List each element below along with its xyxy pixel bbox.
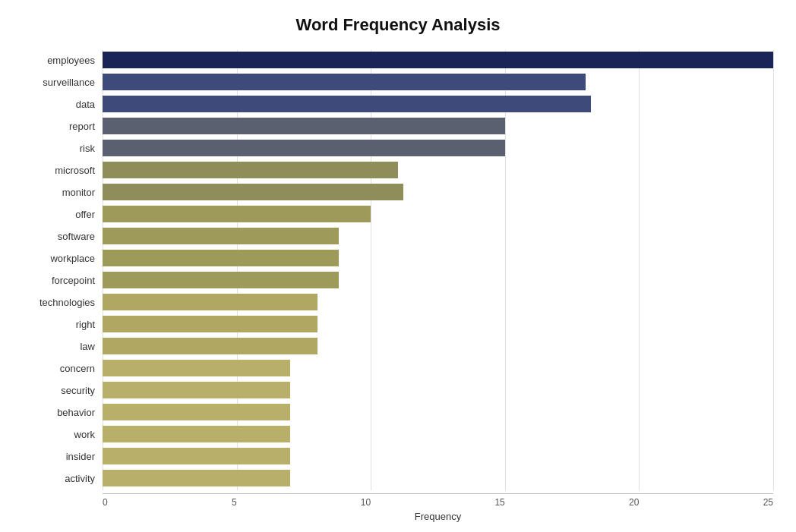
bar-track <box>103 382 773 398</box>
bar-row: behavior <box>23 402 773 422</box>
chart-container: Word Frequency Analysis employeessurveil… <box>0 0 796 532</box>
bar-row: workplace <box>23 248 773 268</box>
x-tick: 25 <box>763 497 773 508</box>
bar-fill <box>103 426 290 442</box>
bar-label: surveillance <box>23 77 103 88</box>
bar-label: forcepoint <box>23 275 103 286</box>
bar-label: right <box>23 319 103 330</box>
bar-label: offer <box>23 209 103 220</box>
bar-row: activity <box>23 468 773 488</box>
bar-fill <box>103 118 505 134</box>
bar-label: concern <box>23 363 103 374</box>
bar-fill <box>103 404 290 420</box>
bar-label: report <box>23 121 103 132</box>
bar-row: surveillance <box>23 72 773 92</box>
bar-fill <box>103 162 398 178</box>
chart-title: Word Frequency Analysis <box>23 15 773 35</box>
x-tick: 15 <box>494 497 504 508</box>
bar-fill <box>103 382 290 398</box>
bar-row: right <box>23 314 773 334</box>
bar-row: offer <box>23 204 773 224</box>
bar-track <box>103 118 773 134</box>
bar-label: behavior <box>23 407 103 418</box>
bar-row: microsoft <box>23 160 773 180</box>
bar-fill <box>103 140 505 156</box>
bar-label: monitor <box>23 187 103 198</box>
bar-row: software <box>23 226 773 246</box>
bar-row: employees <box>23 50 773 70</box>
bar-fill <box>103 228 339 244</box>
bar-track <box>103 140 773 156</box>
bar-label: software <box>23 231 103 242</box>
bar-row: insider <box>23 446 773 466</box>
x-tick: 5 <box>232 497 237 508</box>
bar-label: data <box>23 99 103 110</box>
bar-label: work <box>23 429 103 440</box>
bar-fill <box>103 338 317 354</box>
bar-label: risk <box>23 143 103 154</box>
bar-label: employees <box>23 55 103 66</box>
bar-label: law <box>23 341 103 352</box>
bar-fill <box>103 96 591 112</box>
bar-fill <box>103 470 290 486</box>
bar-fill <box>103 206 371 222</box>
bar-row: monitor <box>23 182 773 202</box>
bar-track <box>103 228 773 244</box>
bar-row: forcepoint <box>23 270 773 290</box>
bar-track <box>103 426 773 442</box>
bar-track <box>103 360 773 376</box>
bar-fill <box>103 316 317 332</box>
bar-track <box>103 316 773 332</box>
bar-row: law <box>23 336 773 356</box>
x-tick: 20 <box>629 497 639 508</box>
bar-row: report <box>23 116 773 136</box>
bar-track <box>103 470 773 486</box>
bar-row: work <box>23 424 773 444</box>
chart-body: employeessurveillancedatareportriskmicro… <box>23 50 773 490</box>
bar-track <box>103 162 773 178</box>
bar-fill <box>103 448 290 464</box>
x-axis-label: Frequency <box>23 511 773 522</box>
bar-fill <box>103 272 339 288</box>
bar-track <box>103 448 773 464</box>
bar-label: insider <box>23 451 103 462</box>
bar-fill <box>103 184 403 200</box>
bar-fill <box>103 360 290 376</box>
bar-row: risk <box>23 138 773 158</box>
bar-row: technologies <box>23 292 773 312</box>
x-axis: 0510152025 <box>23 493 773 508</box>
bar-track <box>103 96 773 112</box>
bar-track <box>103 206 773 222</box>
bar-row: concern <box>23 358 773 378</box>
bar-track <box>103 184 773 200</box>
bar-fill <box>103 52 773 68</box>
bar-track <box>103 272 773 288</box>
bar-track <box>103 338 773 354</box>
bar-track <box>103 250 773 266</box>
bar-track <box>103 52 773 68</box>
x-tick: 10 <box>361 497 371 508</box>
bar-label: activity <box>23 473 103 484</box>
bar-row: data <box>23 94 773 114</box>
bar-fill <box>103 74 586 90</box>
bar-label: microsoft <box>23 165 103 176</box>
bar-fill <box>103 250 339 266</box>
bar-track <box>103 404 773 420</box>
bar-track <box>103 74 773 90</box>
bar-row: security <box>23 380 773 400</box>
bar-track <box>103 294 773 310</box>
bar-fill <box>103 294 317 310</box>
x-tick: 0 <box>103 497 108 508</box>
bar-label: technologies <box>23 297 103 308</box>
bar-label: workplace <box>23 253 103 264</box>
bar-label: security <box>23 385 103 396</box>
